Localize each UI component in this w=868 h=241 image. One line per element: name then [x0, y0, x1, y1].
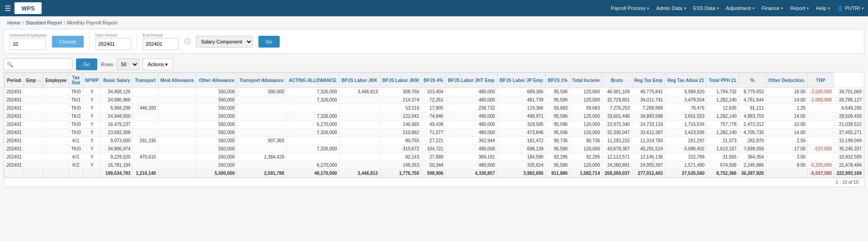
end-period-input[interactable]: [143, 38, 179, 50]
salary-component-select[interactable]: Salary Component: [196, 36, 253, 48]
table-cell: 14.00: [766, 129, 807, 137]
table-cell: [237, 145, 286, 153]
table-cell: 210,882: [380, 129, 421, 137]
table-cell: 550,000: [196, 129, 237, 137]
breadcrumb-home[interactable]: Home: [7, 20, 20, 25]
choose-button[interactable]: Choose: [52, 36, 84, 48]
table-cell: 16,479,237: [101, 120, 133, 129]
table-cell: [158, 96, 196, 104]
nav-admin-data[interactable]: Admin Data ▾: [656, 5, 686, 11]
table-cell: 202401: [5, 153, 24, 161]
filter-divider2: [137, 35, 137, 48]
table-cell: 82,143: [380, 153, 421, 161]
table-cell: 80,755: [380, 137, 421, 145]
table-cell: 291,330: [133, 137, 158, 145]
actions-button[interactable]: Actions ▾: [143, 58, 173, 70]
col-emp[interactable]: Emp ↑↓: [24, 73, 43, 88]
table-cell: 78,476: [665, 104, 706, 112]
nav-payroll-process[interactable]: Payroll Process ▾: [611, 5, 649, 11]
nav-finance[interactable]: Finance ▾: [762, 5, 783, 11]
table-cell: [286, 137, 339, 145]
table-cell: TK/0: [69, 88, 83, 96]
table-cell: [237, 161, 286, 169]
table-cell: 10,198,049: [834, 137, 863, 145]
table-cell: 23,692,308: [101, 129, 133, 137]
table-cell: 43,678,367: [602, 145, 632, 153]
table-cell: 184,590: [497, 153, 545, 161]
toolbar-go-button[interactable]: Go: [76, 58, 97, 70]
table-cell: 202401: [5, 137, 24, 145]
table-cell: 473,846: [497, 129, 545, 137]
table-cell: 480,000: [445, 88, 497, 96]
search-box: 🔍: [4, 58, 72, 70]
footer-cell: 3,992,695: [497, 169, 545, 178]
table-cell: 32,729,601: [602, 96, 632, 104]
table-cell: [24, 88, 43, 96]
table-cell: 26,786,127: [834, 96, 863, 104]
go-button[interactable]: Go: [258, 36, 280, 48]
col-bpjs-4: BPJS 4%: [421, 73, 445, 88]
table-cell: [807, 137, 834, 145]
table-cell: 12,113,571: [602, 153, 632, 161]
hamburger-icon[interactable]: ☰: [5, 4, 11, 13]
table-cell: K/1: [69, 153, 83, 161]
table-cell: 33,601,448: [602, 112, 632, 120]
footer-cell: 3,446,813: [339, 169, 380, 178]
rows-select[interactable]: 50 100: [117, 58, 139, 70]
table-cell: 3,446,813: [339, 88, 380, 96]
table-cell: -3,500,000: [807, 88, 834, 96]
top-nav: ☰ WPS Payroll Process ▾ Admin Data ▾ ESS…: [0, 0, 868, 16]
help-icon[interactable]: ⓘ: [184, 38, 191, 46]
table-cell: TK/2: [69, 112, 83, 120]
table-cell: 550,000: [196, 153, 237, 161]
table-cell: [158, 112, 196, 120]
table-cell: 72,261: [421, 96, 445, 104]
table-cell: 674,506: [706, 161, 739, 169]
nav-ess-data[interactable]: ESS Data ▾: [693, 5, 719, 11]
nav-help[interactable]: Help ▾: [816, 5, 830, 11]
table-cell: 90,736: [545, 137, 569, 145]
table-cell: 33,612,387: [632, 129, 665, 137]
table-cell: 261,297: [665, 137, 706, 145]
footer-cell: 4,330,857: [445, 169, 497, 178]
footer-cell: [24, 169, 43, 178]
table-cell: 27,455,271: [834, 129, 863, 137]
table-cell: Y: [83, 96, 101, 104]
table-cell: 2.50: [766, 137, 807, 145]
table-cell: 202401: [5, 96, 24, 104]
table-cell: 10,932,589: [834, 153, 863, 161]
table-cell: 104,721: [421, 145, 445, 153]
table-cell: 74,846: [421, 112, 445, 120]
table-cell: Y: [83, 129, 101, 137]
selected-employees-input[interactable]: [10, 38, 46, 50]
table-cell: [807, 104, 834, 112]
start-period-input[interactable]: [95, 38, 131, 50]
nav-user[interactable]: 👤 PUTRI ▾: [837, 5, 863, 11]
footer-cell: [766, 169, 807, 178]
table-cell: 757,778: [706, 120, 739, 129]
search-input[interactable]: [15, 62, 69, 67]
nav-left: ☰ WPS: [5, 2, 42, 14]
nav-adjustment[interactable]: Adjustment ▾: [726, 5, 754, 11]
nav-report[interactable]: Report ▾: [790, 5, 809, 11]
table-cell: [339, 112, 380, 120]
table-cell: 21,573: [706, 137, 739, 145]
col-meal-allowance: Meal Allowance: [158, 73, 196, 88]
table-cell: Y: [83, 104, 101, 112]
table-cell: Y: [83, 153, 101, 161]
footer-cell: 277,012,403: [632, 169, 665, 178]
col-percent: %: [739, 73, 766, 88]
table-row: 202401TK/1Y24,086,966550,0007,326,000214…: [5, 96, 864, 104]
table-cell: Y: [83, 120, 101, 129]
table-cell: 95,596: [545, 145, 569, 153]
table-cell: 27,221: [421, 137, 445, 145]
logo: WPS: [14, 2, 42, 14]
table-cell: Y: [83, 112, 101, 120]
table-cell: 3,601,553: [665, 112, 706, 120]
table-cell: 34,906,974: [101, 145, 133, 153]
table-cell: 550,000: [196, 161, 237, 169]
table-cell: 3,479,504: [665, 96, 706, 104]
breadcrumb-standard-report[interactable]: Standard Report: [25, 20, 62, 25]
col-bpjs-jp: BPJS Labor JP Emp: [497, 73, 545, 88]
table-cell: [339, 161, 380, 169]
